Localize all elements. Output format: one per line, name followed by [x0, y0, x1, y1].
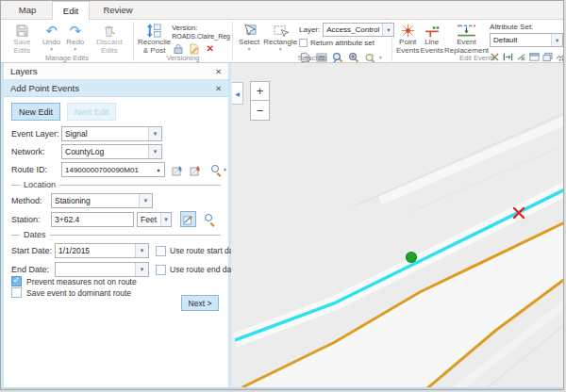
end-date-caret-icon[interactable]: ▾ — [135, 263, 148, 276]
prevent-measures-checkbox[interactable] — [11, 276, 22, 286]
group-label-versioning: Versioning — [134, 54, 232, 62]
undo-caret-icon[interactable]: ▾ — [50, 47, 53, 51]
use-route-end-label: Use route end date — [170, 265, 238, 274]
version-info: Version: ROADS.Claire_Reg ✕ — [172, 22, 230, 55]
pane-close-icon[interactable]: ✕ — [215, 80, 222, 97]
zoom-out-button[interactable]: − — [250, 101, 270, 121]
station-label: Station: — [11, 215, 51, 224]
reconcile-icon — [146, 23, 162, 39]
line-events-icon — [424, 23, 441, 39]
rectangle-caret-icon[interactable]: ▾ — [279, 47, 282, 51]
start-date-picker[interactable]: 1/1/2015 ▾ — [55, 243, 149, 258]
end-date-picker[interactable]: ▾ — [55, 262, 149, 277]
route-zoom-menu-button[interactable]: ▾ — [211, 165, 226, 175]
discard-edits-button[interactable]: Discard Edits — [88, 22, 131, 56]
layers-pane-title: Layers — [10, 66, 38, 76]
station-zoom-icon[interactable] — [205, 214, 215, 224]
station-input[interactable] — [51, 212, 134, 227]
event-layer-label: Event Layer: — [11, 129, 61, 139]
layers-pane-header[interactable]: Layers ✕ — [4, 63, 228, 80]
event-layer-caret-icon[interactable]: ▾ — [148, 127, 161, 140]
app-window: Map Edit Review Save Edits ↶ Undo ▾ ↷ Re… — [0, 0, 564, 390]
undo-button[interactable]: ↶ Undo ▾ — [41, 22, 63, 51]
return-attribute-set-label: Return attribute set — [310, 39, 375, 47]
return-attribute-set-checkbox[interactable] — [299, 39, 308, 47]
collapse-pane-button[interactable]: ◀ — [232, 82, 243, 105]
method-caret-icon[interactable]: ▾ — [139, 194, 152, 207]
pane-title: Add Point Events — [10, 83, 79, 93]
attribute-set-select[interactable]: Default ▾ — [490, 33, 563, 47]
use-route-end-checkbox[interactable] — [156, 265, 166, 275]
network-select[interactable]: CountyLog ▾ — [61, 144, 162, 159]
save-dominant-checkbox[interactable] — [11, 287, 22, 298]
tab-review[interactable]: Review — [93, 1, 142, 20]
group-label-selection: Selection — [233, 54, 391, 62]
map-canvas — [231, 63, 564, 390]
group-edit-events: PointEvents LineEvents EventReplacement … — [392, 20, 562, 63]
pick-station-icon — [183, 214, 194, 225]
undo-icon: ↶ — [45, 23, 58, 39]
collapse-left-icon: ◀ — [235, 90, 240, 97]
ribbon: Save Edits ↶ Undo ▾ ↷ Redo ▾ Discard Edi… — [1, 20, 564, 63]
group-manage-edits: Save Edits ↶ Undo ▾ ↷ Redo ▾ Discard Edi… — [1, 20, 133, 63]
trash-icon — [102, 23, 116, 39]
pick-station-on-map-button[interactable] — [180, 211, 196, 227]
next-button[interactable]: Next > — [181, 295, 219, 311]
window-bottom-edge — [1, 387, 563, 389]
reconcile-post-button[interactable]: Reconcile& Post — [138, 22, 171, 56]
select-caret-icon[interactable]: ▾ — [248, 47, 251, 51]
save-dominant-label: Save event to dominant route — [26, 288, 131, 298]
redo-caret-icon[interactable]: ▾ — [74, 47, 76, 51]
remove-route-selection-icon[interactable] — [190, 164, 202, 176]
new-edit-button[interactable]: New Edit — [11, 103, 60, 121]
route-id-label: Route ID: — [11, 165, 61, 174]
event-layer-select[interactable]: Signal ▾ — [61, 126, 162, 141]
use-route-start-checkbox[interactable] — [156, 246, 166, 256]
line-events-button[interactable]: LineEvents — [420, 22, 442, 56]
layer-select[interactable]: Access_Control ▾ — [323, 23, 394, 37]
method-select[interactable]: Stationing ▾ — [51, 193, 153, 208]
map-view[interactable]: ◀ + − — [231, 63, 564, 390]
event-replacement-icon — [457, 23, 476, 39]
select-button[interactable]: Select ▾ — [237, 22, 261, 51]
select-cursor-icon — [241, 23, 258, 39]
use-route-start-label: Use route start date — [170, 246, 241, 255]
next-edit-button[interactable]: Next Edit — [67, 103, 116, 121]
layers-close-icon[interactable]: ✕ — [215, 63, 222, 80]
attribute-set-label: Attribute Set: — [490, 23, 563, 31]
attribute-set-caret-icon[interactable]: ▾ — [551, 34, 562, 46]
save-edits-button[interactable]: Save Edits — [5, 22, 40, 56]
add-point-events-pane: Layers ✕ Add Point Events ✕ New Edit Nex… — [1, 63, 231, 390]
start-date-caret-icon[interactable]: ▾ — [135, 244, 148, 257]
station-unit-select[interactable]: Feet ▾ — [137, 212, 172, 227]
group-label-edit-events: Edit Events — [392, 54, 562, 62]
ribbon-tabbar: Map Edit Review — [1, 1, 564, 20]
tab-map[interactable]: Map — [7, 1, 48, 20]
version-value: ROADS.Claire_Reg — [172, 33, 230, 40]
pane-header[interactable]: Add Point Events ✕ — [4, 80, 228, 97]
redo-button[interactable]: ↷ Redo ▾ — [64, 22, 87, 51]
station-unit-caret-icon[interactable]: ▾ — [160, 213, 171, 226]
network-caret-icon[interactable]: ▾ — [148, 145, 161, 158]
network-label: Network: — [11, 147, 61, 156]
route-zoom-icon — [211, 165, 222, 175]
event-replacement-button[interactable]: EventReplacement — [444, 22, 489, 56]
route-id-caret-icon[interactable]: ▾ — [153, 167, 164, 173]
version-label: Version: — [172, 24, 230, 32]
route-id-combo[interactable]: 14900000700090M01 ▾ — [61, 162, 165, 177]
rectangle-select-icon — [273, 23, 289, 39]
tab-edit[interactable]: Edit — [52, 1, 90, 21]
redo-icon: ↷ — [69, 23, 81, 39]
dates-section-header: Dates — [11, 230, 221, 239]
group-selection: Select ▾ Rectangle ▾ Layer: Access_Contr… — [233, 20, 391, 63]
point-events-icon — [400, 23, 416, 39]
point-events-button[interactable]: PointEvents — [396, 22, 419, 56]
rectangle-select-button[interactable]: Rectangle ▾ — [262, 22, 298, 51]
select-route-on-map-icon[interactable] — [172, 164, 184, 176]
zoom-in-button[interactable]: + — [250, 81, 270, 101]
group-versioning: Reconcile& Post Version: ROADS.Claire_Re… — [134, 20, 232, 63]
save-icon — [15, 23, 29, 39]
end-date-label: End Date: — [11, 265, 55, 274]
event-point-marker[interactable] — [407, 253, 417, 263]
group-label-manage-edits: Manage Edits — [1, 54, 133, 62]
